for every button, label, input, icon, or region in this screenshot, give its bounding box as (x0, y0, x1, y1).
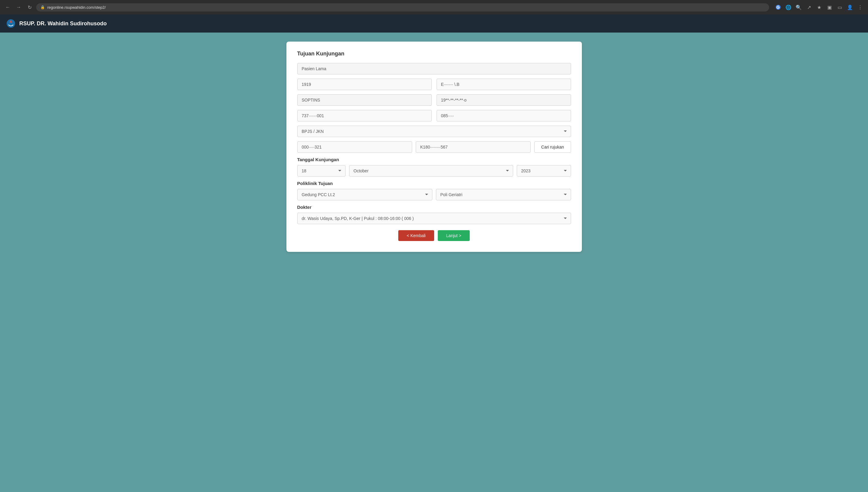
lock-icon: 🔒 (40, 5, 45, 9)
insurance-select[interactable]: BPJS / JKN Umum Asuransi Lain (297, 126, 571, 137)
app-header: RSUP. DR. Wahidin Sudirohusodo (0, 15, 868, 32)
field1-input[interactable] (297, 79, 432, 90)
pasien-type-input[interactable] (297, 63, 571, 74)
share-icon[interactable]: ↗ (805, 3, 813, 11)
reload-button[interactable]: ↻ (25, 3, 34, 11)
translate-icon[interactable]: 🌐 (784, 3, 793, 11)
rujukan-row: Cari rujukan (297, 141, 571, 153)
tanggal-kunjungan-label: Tanggal Kunjungan (297, 157, 571, 162)
address-bar[interactable]: 🔒 regonline.rsupwahidin.com/step2/ (36, 3, 769, 11)
lanjut-button[interactable]: Lanjut > (438, 230, 470, 241)
dokter-row: dr. Wasis Udaya, Sp.PD, K-Ger | Pukul : … (297, 213, 571, 224)
section-title: Tujuan Kunjungan (297, 51, 571, 57)
profile-icon[interactable]: 👤 (846, 3, 854, 11)
field5-input[interactable] (297, 110, 432, 121)
menu-icon[interactable]: ⋮ (856, 3, 864, 11)
browser-actions: 🌐 🔍 ↗ ★ ▣ ▭ 👤 ⋮ (774, 3, 864, 11)
browser-chrome: ← → ↻ 🔒 regonline.rsupwahidin.com/step2/… (0, 0, 868, 15)
month-select[interactable]: JanuaryFebruaryMarch AprilMayJune JulyAu… (349, 165, 513, 176)
row-3 (297, 110, 571, 121)
day-select[interactable]: 18 1234 5678 9101112 13141516 17192021 2… (297, 165, 346, 176)
year-select[interactable]: 202020212022 20232024 (517, 165, 571, 176)
cari-rujukan-button[interactable]: Cari rujukan (534, 141, 571, 153)
rujukan-no-input[interactable] (416, 141, 531, 153)
url-text: regonline.rsupwahidin.com/step2/ (47, 5, 106, 10)
date-row: 18 1234 5678 9101112 13141516 17192021 2… (297, 165, 571, 176)
window-icon[interactable]: ▭ (836, 3, 844, 11)
dokter-label: Dokter (297, 204, 571, 210)
row-2 (297, 94, 571, 106)
insurance-row: BPJS / JKN Umum Asuransi Lain (297, 126, 571, 137)
poliklinik-label: Poliklinik Tujuan (297, 181, 571, 186)
dokter-select[interactable]: dr. Wasis Udaya, Sp.PD, K-Ger | Pukul : … (297, 213, 571, 224)
field3-input[interactable] (297, 94, 432, 106)
row-1 (297, 79, 571, 90)
bpjs-no-input[interactable] (297, 141, 412, 153)
button-row: < Kembali Lanjut > (297, 230, 571, 241)
field2-input[interactable] (437, 79, 571, 90)
extensions-icon[interactable]: ▣ (825, 3, 834, 11)
gedung-select[interactable]: Gedung PCC Lt.2 Gedung Lain (297, 189, 432, 200)
app-logo (6, 19, 16, 28)
poli-row: Gedung PCC Lt.2 Gedung Lain Poli Geriatr… (297, 189, 571, 200)
field6-input[interactable] (437, 110, 571, 121)
form-card: Tujuan Kunjungan BPJS / JKN Umum Asurans… (286, 42, 582, 252)
bookmark-icon[interactable]: ★ (815, 3, 823, 11)
poli-select[interactable]: Poli Geriatri Poli Lain (436, 189, 571, 200)
field4-input[interactable] (437, 94, 571, 106)
pasien-type-field (297, 63, 571, 74)
google-icon[interactable] (774, 3, 782, 11)
app-title: RSUP. DR. Wahidin Sudirohusodo (19, 21, 107, 27)
forward-button[interactable]: → (15, 3, 23, 11)
kembali-button[interactable]: < Kembali (398, 230, 434, 241)
search-icon[interactable]: 🔍 (794, 3, 803, 11)
back-button[interactable]: ← (4, 3, 12, 11)
main-content: Tujuan Kunjungan BPJS / JKN Umum Asurans… (0, 32, 868, 261)
